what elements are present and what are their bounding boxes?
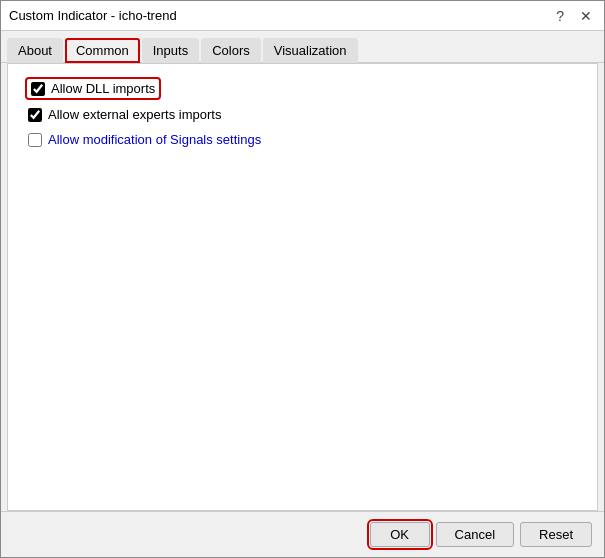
title-bar-controls: ? ✕	[552, 9, 596, 23]
checkbox-row-3: Allow modification of Signals settings	[28, 132, 577, 147]
tab-common[interactable]: Common	[65, 38, 140, 63]
allow-dll-imports-label[interactable]: Allow DLL imports	[51, 81, 155, 96]
allow-dll-imports-checkbox[interactable]	[31, 82, 45, 96]
close-button[interactable]: ✕	[576, 9, 596, 23]
tab-about[interactable]: About	[7, 38, 63, 63]
cancel-button[interactable]: Cancel	[436, 522, 514, 547]
tab-colors[interactable]: Colors	[201, 38, 261, 63]
content-area: Allow DLL imports Allow external experts…	[7, 63, 598, 511]
title-bar: Custom Indicator - icho-trend ? ✕	[1, 1, 604, 31]
tab-visualization[interactable]: Visualization	[263, 38, 358, 63]
allow-modification-signals-checkbox[interactable]	[28, 133, 42, 147]
allow-modification-signals-label[interactable]: Allow modification of Signals settings	[48, 132, 261, 147]
allow-external-experts-checkbox[interactable]	[28, 108, 42, 122]
tab-inputs[interactable]: Inputs	[142, 38, 199, 63]
allow-external-experts-label[interactable]: Allow external experts imports	[48, 107, 221, 122]
ok-button[interactable]: OK	[370, 522, 430, 547]
tabs-bar: About Common Inputs Colors Visualization	[1, 31, 604, 63]
checkbox-row-1: Allow DLL imports	[28, 80, 577, 97]
reset-button[interactable]: Reset	[520, 522, 592, 547]
main-window: Custom Indicator - icho-trend ? ✕ About …	[0, 0, 605, 558]
checkbox-row-2: Allow external experts imports	[28, 107, 577, 122]
help-button[interactable]: ?	[552, 9, 568, 23]
checkbox-highlight-1: Allow DLL imports	[28, 80, 158, 97]
window-title: Custom Indicator - icho-trend	[9, 8, 177, 23]
footer: OK Cancel Reset	[1, 511, 604, 557]
